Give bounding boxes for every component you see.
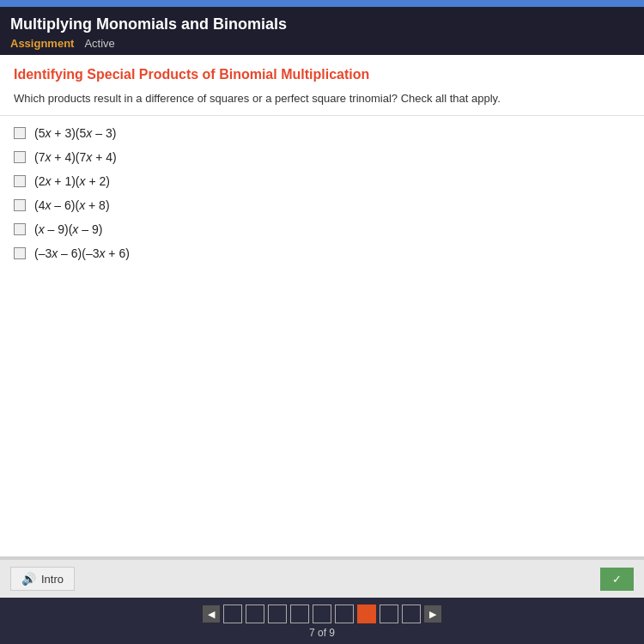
option-text-3: (2x + 1)(x + 2) (34, 174, 110, 188)
question-header: Identifying Special Products of Binomial… (0, 55, 644, 116)
title-bar: Multiplying Monomials and Binomials Assi… (0, 7, 644, 55)
window: Multiplying Monomials and Binomials Assi… (0, 7, 644, 644)
check-button[interactable]: ✓ (600, 568, 634, 591)
dot-7[interactable] (357, 605, 376, 623)
dot-8[interactable] (380, 605, 398, 623)
option-text-1: (5x + 3)(5x – 3) (34, 126, 116, 140)
question-title: Identifying Special Products of Binomial… (14, 67, 630, 82)
option-5[interactable]: (x – 9)(x – 9) (14, 222, 630, 236)
option-text-6: (–3x – 6)(–3x + 6) (34, 246, 130, 260)
option-1[interactable]: (5x + 3)(5x – 3) (14, 126, 630, 140)
page-title: Multiplying Monomials and Binomials (10, 15, 634, 33)
page-indicator: 7 of 9 (309, 627, 335, 639)
question-text: Which products result in a difference of… (14, 91, 630, 106)
title-bar-sub: Assignment Active (10, 37, 634, 50)
dot-3[interactable] (268, 605, 287, 623)
option-6[interactable]: (–3x – 6)(–3x + 6) (14, 246, 630, 260)
dot-9[interactable] (402, 605, 421, 623)
checkbox-4[interactable] (14, 199, 26, 211)
dot-2[interactable] (246, 605, 264, 623)
intro-button[interactable]: 🔊 Intro (10, 567, 75, 591)
pagination-area: ◀ ▶ 7 of 9 (0, 598, 644, 644)
intro-label: Intro (41, 573, 64, 586)
dot-5[interactable] (313, 605, 331, 623)
dot-1[interactable] (223, 605, 242, 623)
next-arrow[interactable]: ▶ (424, 605, 441, 623)
checkbox-6[interactable] (14, 247, 26, 259)
dot-4[interactable] (290, 605, 309, 623)
checkbox-1[interactable] (14, 127, 26, 139)
content-area: Identifying Special Products of Binomial… (0, 55, 644, 598)
dot-6[interactable] (335, 605, 354, 623)
option-text-2: (7x + 4)(7x + 4) (34, 150, 117, 164)
option-3[interactable]: (2x + 1)(x + 2) (14, 174, 630, 188)
option-text-4: (4x – 6)(x + 8) (34, 198, 110, 212)
options-area: (5x + 3)(5x – 3) (7x + 4)(7x + 4) (2x + … (0, 116, 644, 556)
page-dots: ◀ ▶ (203, 605, 441, 623)
speaker-icon: 🔊 (21, 572, 36, 586)
option-text-5: (x – 9)(x – 9) (34, 222, 102, 236)
active-status: Active (84, 37, 114, 50)
checkbox-2[interactable] (14, 151, 26, 163)
option-4[interactable]: (4x – 6)(x + 8) (14, 198, 630, 212)
checkbox-3[interactable] (14, 175, 26, 187)
top-bar (0, 0, 644, 7)
option-2[interactable]: (7x + 4)(7x + 4) (14, 150, 630, 164)
checkbox-5[interactable] (14, 223, 26, 235)
prev-arrow[interactable]: ◀ (203, 605, 220, 623)
bottom-controls: 🔊 Intro ✓ (0, 560, 644, 598)
assignment-label: Assignment (10, 37, 74, 50)
